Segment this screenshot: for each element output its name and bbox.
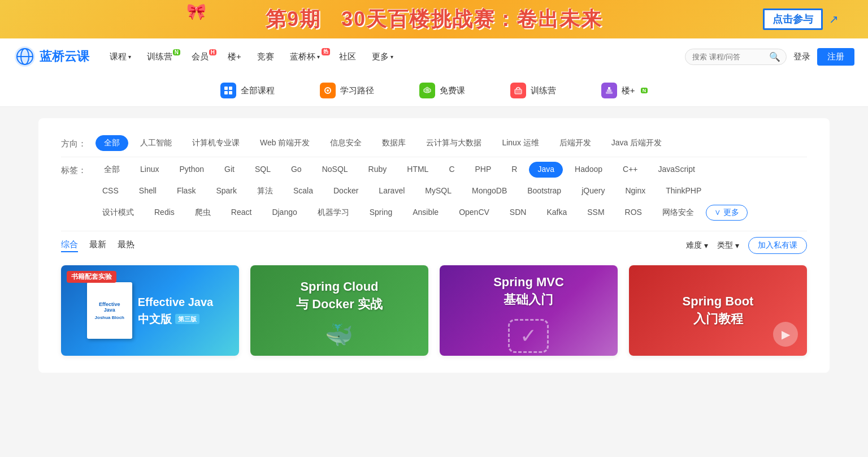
nav-item-training[interactable]: 训练营 N xyxy=(140,48,183,66)
tag-python[interactable]: Python xyxy=(171,162,212,178)
tag-direction-java-backend[interactable]: Java 后端开发 xyxy=(603,135,670,151)
tag-all[interactable]: 全部 xyxy=(96,162,128,178)
type-dropdown[interactable]: 类型 ▾ xyxy=(717,240,739,251)
training-camp-icon xyxy=(510,83,526,98)
quick-nav-training-camp[interactable]: 训练营 xyxy=(510,83,556,98)
tag-django[interactable]: Django xyxy=(263,205,305,221)
svg-point-9 xyxy=(327,89,329,92)
quick-nav-all-courses[interactable]: 全部课程 xyxy=(220,83,275,98)
tag-linux[interactable]: Linux xyxy=(132,162,167,178)
tag-react[interactable]: React xyxy=(223,205,261,221)
tag-go[interactable]: Go xyxy=(283,162,310,178)
tag-nosql[interactable]: NoSQL xyxy=(314,162,357,178)
svg-rect-5 xyxy=(229,87,232,90)
quick-nav-free-courses[interactable]: 免 免费课 xyxy=(419,83,465,98)
tag-cpp[interactable]: C++ xyxy=(614,162,646,178)
tag-bootstrap[interactable]: Bootstrap xyxy=(519,183,570,199)
search-icon[interactable]: 🔍 xyxy=(769,51,780,62)
nav-item-community[interactable]: 社区 xyxy=(332,48,363,66)
tag-r[interactable]: R xyxy=(503,162,526,178)
tag-spring[interactable]: Spring xyxy=(361,205,401,221)
tag-algorithm[interactable]: 算法 xyxy=(249,183,281,199)
tag-flask[interactable]: Flask xyxy=(168,183,204,199)
course-card-2[interactable]: Spring Cloud与 Docker 实战 🐳 xyxy=(250,265,428,356)
tag-git[interactable]: Git xyxy=(216,162,243,178)
register-button[interactable]: 注册 xyxy=(817,48,854,66)
tag-thinkphp[interactable]: ThinkPHP xyxy=(657,183,710,199)
tag-php[interactable]: PHP xyxy=(467,162,500,178)
sort-tab-latest[interactable]: 最新 xyxy=(89,239,106,252)
tag-direction-cs[interactable]: 计算机专业课 xyxy=(184,135,248,151)
nav-item-contest[interactable]: 竞赛 xyxy=(250,48,281,66)
tag-direction-cloud[interactable]: 云计算与大数据 xyxy=(418,135,490,151)
tag-crawler[interactable]: 爬虫 xyxy=(186,205,219,221)
nav-right: 🔍 登录 注册 xyxy=(685,48,854,66)
direction-tags: 全部 人工智能 计算机专业课 Web 前端开发 信息安全 数据库 云计算与大数据… xyxy=(96,135,670,151)
svg-rect-12 xyxy=(606,92,613,94)
course-card-1[interactable]: 书籍配套实验 Effective Java Joshua Bloch Effec… xyxy=(61,265,239,356)
type-chevron-icon: ▾ xyxy=(735,241,739,250)
tag-ros[interactable]: ROS xyxy=(617,205,650,221)
nav-item-more[interactable]: 更多 ▾ xyxy=(365,48,400,66)
course-card-4[interactable]: Spring Boot入门教程 ▶ xyxy=(629,265,807,356)
tag-network-security[interactable]: 网络安全 xyxy=(654,205,702,221)
tag-mongodb[interactable]: MongoDB xyxy=(463,183,515,199)
tag-mysql[interactable]: MySQL xyxy=(416,183,460,199)
login-button[interactable]: 登录 xyxy=(793,51,810,62)
tag-hadoop[interactable]: Hadoop xyxy=(566,162,611,178)
tag-sdn[interactable]: SDN xyxy=(501,205,535,221)
tag-spark[interactable]: Spark xyxy=(207,183,245,199)
nav-item-floor[interactable]: 楼+ xyxy=(221,48,248,66)
search-box[interactable]: 🔍 xyxy=(685,49,787,65)
tag-more[interactable]: ∨ 更多 xyxy=(706,205,748,221)
tag-jquery[interactable]: jQuery xyxy=(573,183,613,199)
search-input[interactable] xyxy=(692,53,766,61)
tag-direction-backend[interactable]: 后端开发 xyxy=(551,135,600,151)
tag-laravel[interactable]: Laravel xyxy=(370,183,413,199)
tag-docker[interactable]: Docker xyxy=(325,183,367,199)
training-badge: N xyxy=(173,49,180,55)
tag-javascript[interactable]: JavaScript xyxy=(650,162,704,178)
svg-rect-14 xyxy=(608,87,610,89)
tag-c[interactable]: C xyxy=(440,162,463,178)
tag-direction-web[interactable]: Web 前端开发 xyxy=(251,135,318,151)
tag-direction-linux[interactable]: Linux 运维 xyxy=(493,135,547,151)
lqb-badge: 热 xyxy=(322,48,330,55)
chevron-down-icon: ▾ xyxy=(128,54,131,60)
tag-opencv[interactable]: OpenCV xyxy=(450,205,498,221)
type-label: 类型 xyxy=(717,240,733,251)
add-private-button[interactable]: 加入私有课 xyxy=(748,237,807,254)
tag-direction-ai[interactable]: 人工智能 xyxy=(132,135,180,151)
quick-nav-learning-path[interactable]: 学习路径 xyxy=(320,83,374,98)
tag-html[interactable]: HTML xyxy=(398,162,437,178)
sort-tab-hottest[interactable]: 最热 xyxy=(118,239,134,252)
logo[interactable]: 蓝桥云课 xyxy=(14,45,89,68)
tag-kafka[interactable]: Kafka xyxy=(538,205,575,221)
tag-design-pattern[interactable]: 设计模式 xyxy=(94,205,142,221)
quick-nav-floor-plus[interactable]: 楼+ N xyxy=(601,83,648,98)
nav-item-membership[interactable]: 会员 H xyxy=(185,48,219,66)
tag-ansible[interactable]: Ansible xyxy=(404,205,447,221)
course-card-3[interactable]: Spring MVC基础入门 ✓ xyxy=(440,265,618,356)
tag-direction-all[interactable]: 全部 xyxy=(96,135,128,151)
tag-java[interactable]: Java xyxy=(529,162,563,178)
tag-ruby[interactable]: Ruby xyxy=(360,162,396,178)
tag-sql[interactable]: SQL xyxy=(246,162,279,178)
nav-item-lqb[interactable]: 蓝桥杯 热 ▾ xyxy=(283,48,330,66)
banner-cta-button[interactable]: 点击参与 xyxy=(763,8,823,30)
tag-css[interactable]: CSS xyxy=(94,183,127,199)
tag-scala[interactable]: Scala xyxy=(285,183,322,199)
tag-filter-row-2: CSS Shell Flask Spark 算法 Scala Docker La… xyxy=(61,183,807,199)
sort-tab-comprehensive[interactable]: 综合 xyxy=(61,239,78,252)
tag-shell[interactable]: Shell xyxy=(131,183,165,199)
tag-direction-db[interactable]: 数据库 xyxy=(374,135,414,151)
tag-direction-security[interactable]: 信息安全 xyxy=(322,135,370,151)
tag-ssm[interactable]: SSM xyxy=(579,205,613,221)
direction-label: 方向： xyxy=(61,135,86,149)
direction-filter-row: 方向： 全部 人工智能 计算机专业课 Web 前端开发 信息安全 数据库 云计算… xyxy=(61,135,807,151)
difficulty-dropdown[interactable]: 难度 ▾ xyxy=(686,240,708,251)
tag-redis[interactable]: Redis xyxy=(146,205,183,221)
tag-nginx[interactable]: Nginx xyxy=(617,183,654,199)
nav-item-courses[interactable]: 课程 ▾ xyxy=(103,48,138,66)
tag-ml[interactable]: 机器学习 xyxy=(309,205,358,221)
